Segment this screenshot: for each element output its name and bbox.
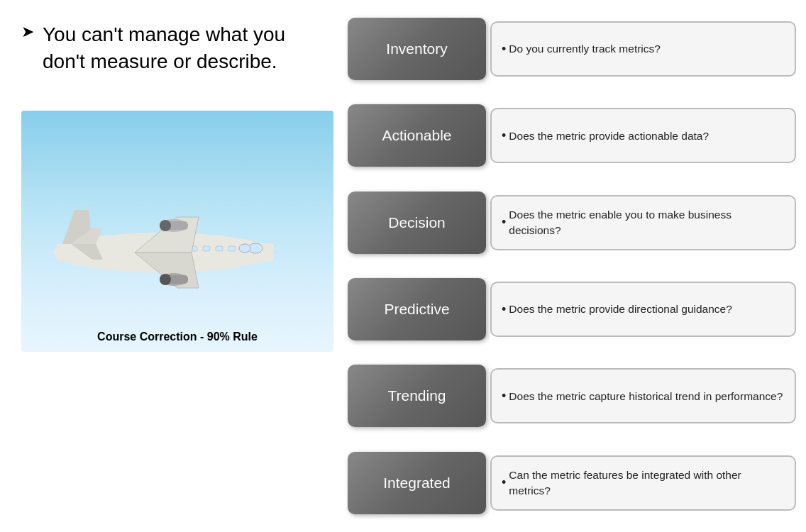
svg-point-12	[160, 274, 171, 285]
metric-label-actionable: Actionable	[348, 104, 486, 167]
bullet-arrow-icon: ➤	[21, 23, 34, 41]
metric-row: DecisionDoes the metric enable you to ma…	[348, 184, 796, 261]
metric-desc-trending: Does the metric capture historical trend…	[490, 368, 796, 423]
metric-desc-integrated: Can the metric features be integrated wi…	[490, 455, 796, 511]
svg-rect-5	[203, 246, 210, 251]
metric-row: InventoryDo you currently track metrics?	[348, 11, 796, 87]
airplane-caption: Course Correction - 90% Rule	[21, 331, 333, 343]
metric-label-inventory: Inventory	[348, 18, 486, 80]
svg-rect-7	[228, 246, 236, 251]
metric-row: IntegratedCan the metric features be int…	[348, 445, 796, 521]
main-text: You can't manage what you don't measure …	[43, 21, 326, 75]
metric-label-trending: Trending	[348, 365, 486, 427]
right-panel: InventoryDo you currently track metrics?…	[348, 0, 806, 532]
metric-row: TrendingDoes the metric capture historic…	[348, 358, 796, 434]
metric-desc-predictive: Does the metric provide directional guid…	[490, 282, 796, 337]
metric-label-integrated: Integrated	[348, 452, 486, 514]
left-panel: ➤ You can't manage what you don't measur…	[0, 0, 348, 532]
metric-row: ActionableDoes the metric provide action…	[348, 97, 796, 174]
metric-label-predictive: Predictive	[348, 278, 486, 340]
svg-rect-6	[216, 246, 223, 251]
metric-desc-actionable: Does the metric provide actionable data?	[490, 108, 796, 163]
airplane-svg	[35, 196, 277, 309]
main-bullet: ➤ You can't manage what you don't measur…	[21, 21, 326, 75]
metric-desc-inventory: Do you currently track metrics?	[490, 21, 796, 77]
airplane-image: Course Correction - 90% Rule	[21, 111, 333, 352]
metric-row: PredictiveDoes the metric provide direct…	[348, 271, 796, 348]
svg-point-2	[239, 244, 250, 253]
svg-point-13	[160, 220, 171, 231]
metric-desc-decision: Does the metric enable you to make busin…	[490, 195, 796, 250]
metric-label-decision: Decision	[348, 192, 486, 254]
